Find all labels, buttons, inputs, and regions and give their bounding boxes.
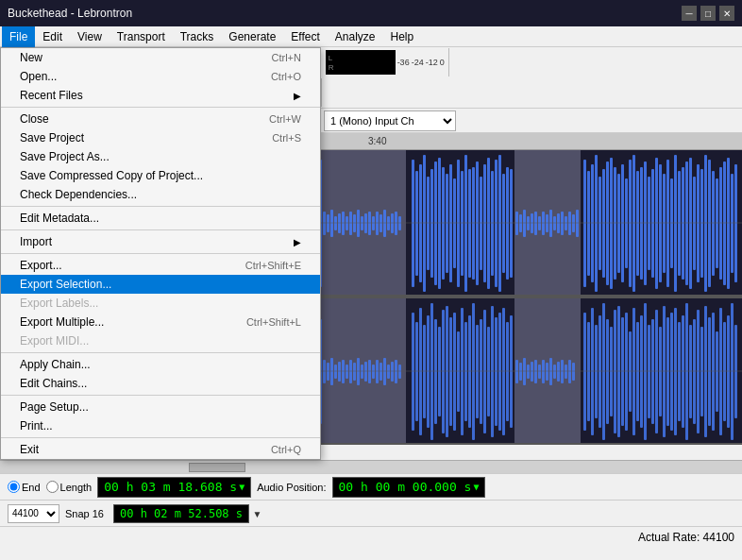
length-radio-label[interactable]: Length xyxy=(46,481,93,493)
svg-rect-90 xyxy=(330,210,333,237)
svg-rect-368 xyxy=(663,306,666,437)
svg-rect-130 xyxy=(491,171,494,276)
h-scrollbar[interactable] xyxy=(0,460,742,473)
svg-rect-375 xyxy=(689,325,692,418)
scroll-thumb[interactable] xyxy=(189,463,245,472)
time-down-arrow[interactable]: ▼ xyxy=(252,509,261,519)
menu-save-label: Save Project xyxy=(20,131,84,144)
svg-rect-135 xyxy=(510,169,513,278)
svg-rect-108 xyxy=(398,216,401,230)
menu-edit[interactable]: Edit xyxy=(35,26,70,47)
svg-rect-110 xyxy=(415,171,418,276)
svg-rect-115 xyxy=(434,161,437,285)
svg-rect-98 xyxy=(361,216,363,230)
svg-rect-350 xyxy=(595,325,598,418)
menu-save-compressed-label: Save Compressed Copy of Project... xyxy=(20,169,203,182)
svg-rect-120 xyxy=(453,178,456,268)
menu-check-deps-label: Check Dependencies... xyxy=(20,188,137,201)
svg-rect-166 xyxy=(632,155,635,292)
svg-rect-289 xyxy=(346,365,348,379)
svg-rect-92 xyxy=(338,213,341,233)
menu-generate[interactable]: Generate xyxy=(221,26,283,47)
svg-rect-386 xyxy=(731,303,734,440)
menu-export-selection[interactable]: Export Selection... xyxy=(1,275,320,294)
menu-open[interactable]: Open... Ctrl+O xyxy=(1,67,320,86)
svg-rect-182 xyxy=(693,177,696,270)
svg-rect-383 xyxy=(719,308,722,435)
menu-edit-metadata[interactable]: Edit Metadata... xyxy=(1,209,320,228)
svg-rect-163 xyxy=(621,164,624,282)
menu-import[interactable]: Import xyxy=(1,232,320,251)
maximize-button[interactable]: □ xyxy=(700,6,716,21)
length-label: Length xyxy=(60,482,93,493)
svg-rect-123 xyxy=(464,155,467,292)
selection-down-arrow[interactable]: ▼ xyxy=(239,482,245,492)
menu-save-compressed[interactable]: Save Compressed Copy of Project... xyxy=(1,166,320,185)
menu-export-multiple[interactable]: Export Multiple... Ctrl+Shift+L xyxy=(1,313,320,331)
menu-edit-chains[interactable]: Edit Chains... xyxy=(1,374,320,393)
svg-rect-113 xyxy=(427,177,430,270)
file-menu: New Ctrl+N Open... Ctrl+O Recent Files C… xyxy=(0,47,321,460)
menu-apply-chain[interactable]: Apply Chain... xyxy=(1,355,320,374)
svg-rect-297 xyxy=(376,360,379,383)
menu-new[interactable]: New Ctrl+N xyxy=(1,48,320,67)
menu-analyze[interactable]: Analyze xyxy=(328,26,383,47)
minimize-button[interactable]: ─ xyxy=(682,6,697,21)
svg-rect-177 xyxy=(674,155,677,292)
svg-rect-131 xyxy=(495,160,497,287)
selection-time-display: 00 h 03 m 18.608 s ▼ xyxy=(97,477,251,498)
menu-exit[interactable]: Exit Ctrl+Q xyxy=(1,440,320,459)
svg-rect-367 xyxy=(659,327,662,416)
svg-rect-283 xyxy=(323,360,326,383)
svg-rect-170 xyxy=(648,177,650,270)
svg-rect-340 xyxy=(549,358,552,385)
end-radio-label[interactable]: End xyxy=(8,481,41,493)
menu-view[interactable]: View xyxy=(70,26,110,47)
svg-rect-361 xyxy=(636,322,639,421)
svg-rect-314 xyxy=(449,317,452,426)
length-radio[interactable] xyxy=(46,481,59,493)
menu-export[interactable]: Export... Ctrl+Shift+E xyxy=(1,256,320,275)
svg-rect-328 xyxy=(502,308,505,435)
svg-rect-364 xyxy=(648,325,650,418)
menu-transport[interactable]: Transport xyxy=(110,26,173,47)
svg-rect-316 xyxy=(457,331,460,412)
menu-page-setup[interactable]: Page Setup... xyxy=(1,398,320,416)
menu-recent-files[interactable]: Recent Files xyxy=(1,86,320,105)
svg-rect-299 xyxy=(383,358,386,385)
svg-rect-184 xyxy=(700,169,703,278)
svg-rect-165 xyxy=(629,160,632,287)
svg-rect-129 xyxy=(487,158,490,289)
svg-rect-312 xyxy=(442,310,445,433)
position-down-arrow[interactable]: ▼ xyxy=(473,482,479,492)
menu-help[interactable]: Help xyxy=(383,26,422,47)
menu-export-labels: Export Labels... xyxy=(1,294,320,313)
svg-rect-335 xyxy=(531,362,533,382)
menu-save-as[interactable]: Save Project As... xyxy=(1,147,320,166)
separator-1 xyxy=(1,107,320,108)
menu-save-project[interactable]: Save Project Ctrl+S xyxy=(1,128,320,147)
sample-rate-select[interactable]: 44100 xyxy=(8,504,59,523)
svg-rect-331 xyxy=(515,360,518,383)
svg-rect-116 xyxy=(438,158,441,289)
svg-rect-136 xyxy=(515,212,518,235)
svg-rect-348 xyxy=(587,322,590,421)
svg-rect-95 xyxy=(349,212,352,235)
svg-rect-160 xyxy=(610,158,613,289)
svg-rect-387 xyxy=(734,325,737,418)
menu-close[interactable]: Close Ctrl+W xyxy=(1,110,320,128)
menu-print[interactable]: Print... xyxy=(1,416,320,435)
menu-effect[interactable]: Effect xyxy=(283,26,327,47)
menu-edit-chains-label: Edit Chains... xyxy=(20,377,87,390)
svg-rect-370 xyxy=(670,313,673,431)
svg-rect-127 xyxy=(480,177,482,270)
channel-select[interactable]: 1 (Mono) Input Ch xyxy=(324,110,456,131)
end-radio[interactable] xyxy=(8,481,20,493)
svg-rect-133 xyxy=(502,174,505,273)
menu-check-deps[interactable]: Check Dependencies... xyxy=(1,185,320,204)
svg-rect-304 xyxy=(412,313,414,431)
menu-file[interactable]: File xyxy=(2,26,35,47)
svg-rect-334 xyxy=(527,365,530,379)
menu-tracks[interactable]: Tracks xyxy=(173,26,222,47)
close-button[interactable]: ✕ xyxy=(719,6,734,21)
